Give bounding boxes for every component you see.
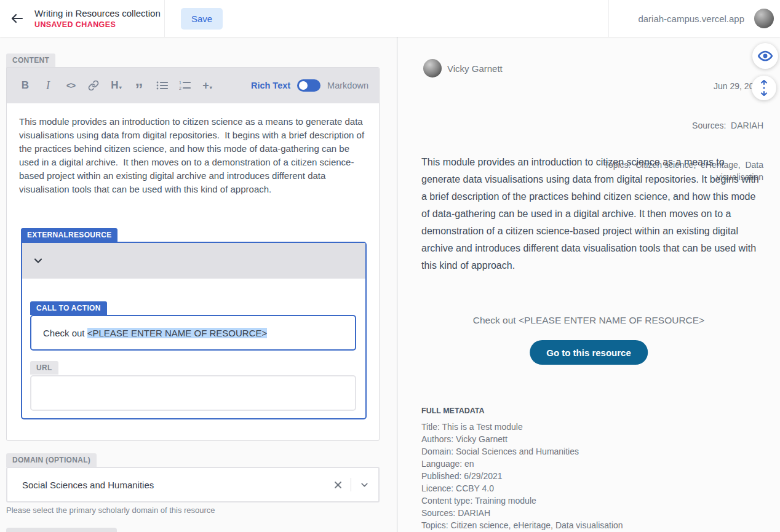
rich-text-mode-label[interactable]: Rich Text: [251, 81, 290, 90]
scroll-sync-button[interactable]: [752, 76, 776, 100]
preview-date: Jun 29, 2021: [579, 80, 763, 92]
bold-icon[interactable]: B: [19, 78, 31, 93]
save-button[interactable]: Save: [181, 8, 223, 30]
domain-select-controls: [333, 478, 370, 491]
markdown-mode-label[interactable]: Markdown: [327, 81, 368, 90]
preview-pane: Vicky Garnett Jun 29, 2021 Sources: DARI…: [397, 37, 780, 532]
quote-icon[interactable]: ”: [133, 78, 145, 93]
richtext-toolbar: B I <> H▾ ” 12 +▾ Rich Text Markdo: [7, 68, 379, 103]
back-button[interactable]: [7, 9, 27, 28]
title-block: Writing in Resources collection UNSAVED …: [34, 8, 161, 29]
code-icon[interactable]: <>: [65, 78, 77, 93]
scroll-sync-icon: [759, 80, 769, 96]
page-title: Writing in Resources collection: [34, 8, 161, 18]
heading-icon[interactable]: H▾: [110, 78, 122, 93]
author-avatar: [423, 59, 442, 77]
url-input[interactable]: [30, 375, 356, 411]
metadata-row: Language: en: [421, 458, 623, 470]
metadata-row: Content type: Training module: [421, 494, 623, 507]
domain-field-label: DOMAIN (OPTIONAL): [6, 453, 97, 467]
back-arrow-icon: [10, 11, 25, 26]
svg-text:2: 2: [179, 86, 181, 90]
clear-icon[interactable]: [333, 480, 343, 490]
metadata-row: Domain: Social Sciences and Humanities: [421, 445, 623, 458]
svg-text:1: 1: [179, 81, 181, 85]
url-label: URL: [30, 361, 58, 375]
mode-toggle[interactable]: [297, 79, 320, 92]
preview-body: This module provides an introduction to …: [421, 154, 764, 274]
go-to-resource-button[interactable]: Go to this resource: [530, 340, 648, 365]
metadata-row: Title: This is a Test module: [421, 421, 623, 433]
link-icon[interactable]: [87, 78, 100, 93]
top-bar: Writing in Resources collection UNSAVED …: [0, 0, 780, 37]
full-metadata-rows: Title: This is a Test module Authors: Vi…: [421, 421, 623, 531]
content-field-label: CONTENT: [6, 54, 55, 67]
domain-select[interactable]: Social Sciences and Humanities: [6, 467, 380, 502]
call-to-action-input[interactable]: Check out <PLEASE ENTER NAME OF RESOURCE…: [30, 315, 356, 351]
cta-value-prefix: Check out: [43, 328, 87, 338]
metadata-row: Authors: Vicky Garnett: [421, 433, 623, 445]
domain-hint: Please select the primary scholarly doma…: [6, 506, 215, 515]
toggle-preview-button[interactable]: [752, 43, 778, 69]
add-component-icon[interactable]: +▾: [201, 78, 213, 93]
next-field-tab-partial: [6, 528, 117, 532]
metadata-row: Published: 6/29/2021: [421, 470, 623, 482]
preview-cta-text: Check out <PLEASE ENTER NAME OF RESOURCE…: [397, 315, 780, 326]
cta-value-selected: <PLEASE ENTER NAME OF RESOURCE>: [87, 328, 268, 338]
select-chevron-icon[interactable]: [359, 480, 370, 490]
externalresource-collapse-bar[interactable]: [22, 243, 365, 279]
editor-mode-switch: Rich Text Markdown: [251, 79, 368, 92]
site-name: dariah-campus.vercel.app: [638, 14, 744, 24]
eye-icon: [757, 48, 773, 64]
content-field: B I <> H▾ ” 12 +▾ Rich Text Markdo: [6, 67, 380, 441]
toggle-knob: [299, 81, 308, 90]
user-avatar[interactable]: [754, 9, 774, 28]
italic-icon[interactable]: I: [42, 78, 54, 93]
externalresource-label: EXTERNALRESOURCE: [21, 228, 117, 242]
header-right: dariah-campus.vercel.app: [608, 0, 780, 37]
metadata-row: Licence: CCBY 4.0: [421, 482, 623, 494]
author-name: Vicky Garnett: [447, 63, 503, 74]
bulleted-list-icon[interactable]: [156, 78, 168, 93]
editor-pane: CONTENT B I <> H▾ ” 12 +▾ Rich Tex: [0, 37, 397, 532]
call-to-action-label: CALL TO ACTION: [30, 301, 107, 315]
externalresource-block: CALL TO ACTION Check out <PLEASE ENTER N…: [21, 242, 367, 419]
cms-editor-app: Writing in Resources collection UNSAVED …: [0, 0, 780, 532]
metadata-row: Sources: DARIAH: [421, 507, 623, 519]
content-editor-text[interactable]: This module provides an introduction to …: [7, 103, 379, 196]
preview-sources: Sources: DARIAH: [579, 119, 763, 132]
metadata-row: Topics: Citizen science, eHeritage, Data…: [421, 519, 623, 531]
unsaved-changes-status: UNSAVED CHANGES: [34, 20, 161, 29]
header-left: Writing in Resources collection UNSAVED …: [0, 0, 165, 37]
select-divider: [351, 478, 351, 491]
numbered-list-icon[interactable]: 12: [178, 78, 191, 93]
chevron-down-icon: [32, 255, 44, 267]
domain-select-value: Social Sciences and Humanities: [22, 480, 154, 490]
full-metadata-heading: FULL METADATA: [421, 407, 485, 415]
